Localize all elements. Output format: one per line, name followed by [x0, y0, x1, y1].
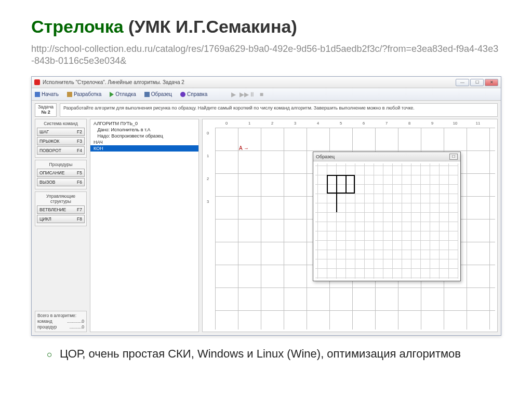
sidebar-footer: Всего в алгоритме: команд............0 п…: [35, 311, 87, 332]
code-editor[interactable]: АЛГОРИТМ ПУТЬ_0 Дано: Исполнитель в т.A …: [90, 119, 199, 332]
help-icon: [180, 92, 185, 97]
play-icon: [110, 92, 114, 97]
code-line: НАЧ: [90, 139, 198, 145]
sample-shape-line-v: [336, 175, 337, 212]
menu-start[interactable]: Начать: [35, 91, 59, 97]
app-icon: [34, 79, 40, 85]
window-title: Исполнитель "Стрелочка". Линейные алгори…: [43, 79, 184, 85]
sample-shape: [327, 175, 355, 194]
menu-dev[interactable]: Разработка: [67, 91, 101, 97]
app-window: Исполнитель "Стрелочка". Линейные алгори…: [31, 76, 501, 336]
menubar: Начать Разработка Отладка Образец Справк…: [32, 88, 501, 101]
picture-icon: [144, 92, 150, 97]
task-bar: Задача № 2 Разработайте алгоритм для вып…: [32, 101, 501, 119]
slide-caption: ○ЦОР, очень простая СКИ, Windows и Linux…: [31, 347, 501, 361]
canvas[interactable]: 01234567891011 0123 A → Образец ☐: [202, 119, 498, 332]
group-commands: Система команд ШАГF2 ПРЫЖОКF3 ПОВОРОТF4: [35, 119, 87, 158]
code-line: Надо: Воспроизвести образец: [90, 133, 198, 139]
cmd-branch[interactable]: ВЕТВЛЕНИЕF7: [37, 205, 85, 214]
title-green: Стрелочка: [31, 17, 124, 36]
close-button[interactable]: ✕: [485, 79, 498, 86]
menu-help[interactable]: Справка: [180, 91, 207, 97]
code-line: Дано: Исполнитель в т.A: [90, 127, 198, 133]
sample-titlebar: Образец ☐: [313, 152, 460, 161]
title-rest: (УМК И.Г.Семакина): [124, 17, 297, 36]
cmd-loop[interactable]: ЦИКЛF8: [37, 215, 85, 223]
cmd-jump[interactable]: ПРЫЖОКF3: [37, 137, 85, 145]
sidebar: Система команд ШАГF2 ПРЫЖОКF3 ПОВОРОТF4 …: [35, 119, 87, 332]
executor-arrow-icon: A →: [239, 145, 249, 151]
sample-shape-line-v2: [345, 175, 347, 194]
slide-heading: Стрелочка (УМК И.Г.Семакина): [31, 16, 501, 38]
fwd-btn[interactable]: ▶▶: [240, 91, 246, 98]
play-btn[interactable]: ▶: [230, 91, 236, 98]
sample-window[interactable]: Образец ☐: [313, 152, 461, 281]
ruler-horizontal: 01234567891011: [215, 121, 489, 126]
cmd-turn[interactable]: ПОВОРОТF4: [37, 146, 85, 155]
minimize-button[interactable]: —: [456, 79, 469, 86]
sample-canvas: [315, 163, 458, 279]
pause-btn[interactable]: ⏸: [249, 91, 255, 98]
menu-debug[interactable]: Отладка: [110, 91, 136, 97]
cmd-call[interactable]: ВЫЗОВF6: [37, 178, 85, 186]
start-icon: [35, 92, 40, 97]
cmd-step[interactable]: ШАГF2: [37, 128, 85, 136]
task-badge: Задача № 2: [35, 103, 57, 117]
playback-controls: ▶ ▶▶ ⏸ ■: [230, 91, 264, 98]
stop-btn[interactable]: ■: [258, 91, 264, 98]
cmd-desc[interactable]: ОПИСАНИЕF5: [37, 169, 85, 177]
maximize-button[interactable]: ☐: [470, 79, 484, 86]
group-control: Управляющие структуры ВЕТВЛЕНИЕF7 ЦИКЛF8: [35, 191, 87, 226]
bullet-icon: ○: [47, 349, 52, 360]
group-procedures: Процедуры ОПИСАНИЕF5 ВЫЗОВF6: [35, 160, 87, 189]
sample-close-button[interactable]: ☐: [449, 154, 458, 160]
source-url: http://school-collection.edu.ru/catalog/…: [31, 43, 501, 67]
code-line: АЛГОРИТМ ПУТЬ_0: [90, 120, 198, 127]
task-description: Разработайте алгоритм для выполнения рис…: [60, 103, 498, 117]
titlebar: Исполнитель "Стрелочка". Линейные алгори…: [32, 77, 501, 88]
ruler-vertical: 0123: [207, 131, 209, 222]
code-line-selected: КОН: [90, 145, 198, 152]
pencil-icon: [67, 92, 72, 97]
menu-sample[interactable]: Образец: [144, 91, 172, 97]
